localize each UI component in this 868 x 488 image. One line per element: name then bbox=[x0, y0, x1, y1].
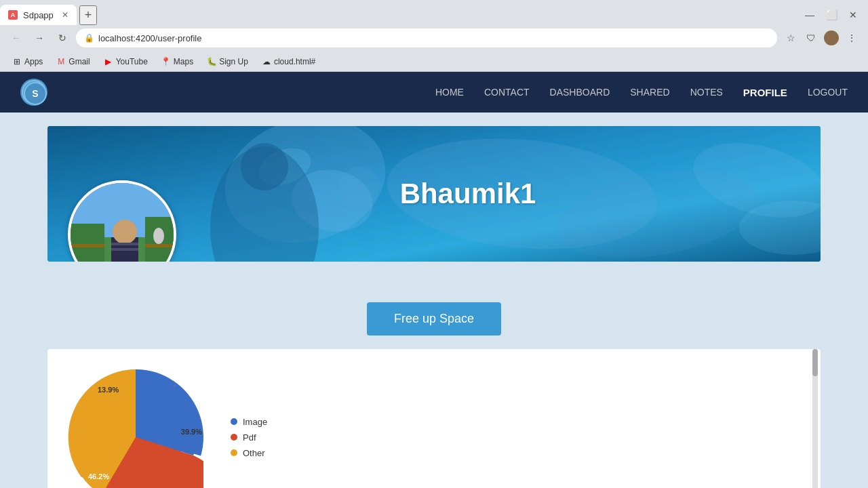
lock-icon: 🔒 bbox=[84, 33, 94, 43]
address-bar[interactable]: 🔒 bbox=[76, 28, 777, 47]
nav-contact[interactable]: CONTACT bbox=[484, 87, 530, 98]
tab-close-button[interactable]: ✕ bbox=[62, 10, 68, 20]
more-options-button[interactable]: ⋮ bbox=[842, 28, 861, 47]
profile-avatar bbox=[68, 180, 176, 262]
maps-icon: 📍 bbox=[161, 57, 171, 66]
svg-rect-23 bbox=[71, 244, 104, 247]
bookmark-gmail-label: Gmail bbox=[68, 57, 90, 66]
tab-title: Sdpapp bbox=[23, 10, 54, 20]
svg-point-18 bbox=[113, 220, 137, 244]
legend-other: Other bbox=[231, 448, 267, 458]
tab-bar: A Sdpapp ✕ + — ⬜ ✕ bbox=[0, 0, 868, 24]
chart-section-wrapper: 39.9% 46.2% 13.9% Image bbox=[47, 349, 821, 488]
bookmark-signup-label: Sign Up bbox=[219, 57, 248, 66]
profile-avatar-container bbox=[68, 180, 176, 262]
address-bar-row: ← → ↻ 🔒 ☆ 🛡 ⋮ bbox=[0, 24, 868, 52]
cloud-icon: ☁ bbox=[262, 57, 271, 66]
svg-rect-20 bbox=[111, 248, 138, 251]
back-button[interactable]: ← bbox=[7, 28, 26, 47]
active-tab[interactable]: A Sdpapp ✕ bbox=[0, 5, 77, 25]
close-button[interactable]: ✕ bbox=[844, 5, 863, 24]
apps-icon: ⊞ bbox=[12, 57, 22, 66]
gmail-icon: M bbox=[56, 57, 66, 66]
svg-point-25 bbox=[153, 228, 164, 244]
nav-shared[interactable]: SHARED bbox=[630, 87, 669, 98]
legend-label-pdf: Pdf bbox=[243, 432, 256, 443]
browser-chrome: A Sdpapp ✕ + — ⬜ ✕ ← → ↻ 🔒 ☆ 🛡 ⋮ bbox=[0, 0, 868, 72]
legend-label-other: Other bbox=[243, 448, 265, 458]
nav-home[interactable]: HOME bbox=[435, 87, 464, 98]
legend-pdf: Pdf bbox=[231, 432, 267, 443]
bookmark-cloud[interactable]: ☁ cloud.html# bbox=[256, 56, 321, 68]
svg-text:S: S bbox=[32, 88, 38, 99]
bookmark-button[interactable]: ☆ bbox=[781, 28, 800, 47]
legend-dot-pdf bbox=[231, 434, 237, 441]
tab-favicon: A bbox=[8, 10, 18, 20]
bookmark-signup[interactable]: 🐛 Sign Up bbox=[201, 56, 254, 68]
svg-rect-15 bbox=[71, 224, 104, 262]
bookmark-gmail[interactable]: M Gmail bbox=[51, 56, 95, 68]
profile-avatar-button[interactable] bbox=[822, 28, 841, 47]
legend-dot-image bbox=[231, 418, 237, 425]
pie-label-image: 39.9% bbox=[181, 428, 202, 436]
shield-icon[interactable]: 🛡 bbox=[802, 28, 821, 47]
nav-profile[interactable]: PROFILE bbox=[743, 87, 787, 98]
maximize-button[interactable]: ⬜ bbox=[822, 5, 841, 24]
bookmark-apps-label: Apps bbox=[24, 57, 43, 66]
chart-scroll-container: 39.9% 46.2% 13.9% Image bbox=[47, 349, 821, 488]
legend-label-image: Image bbox=[243, 417, 267, 427]
nav-dashboard[interactable]: DASHBOARD bbox=[550, 87, 610, 98]
url-input[interactable] bbox=[98, 33, 769, 43]
profile-username: Bhaumik1 bbox=[251, 178, 685, 210]
youtube-icon: ▶ bbox=[104, 57, 113, 66]
pie-chart-wrapper: 39.9% 46.2% 13.9% bbox=[68, 369, 203, 488]
profile-banner: Bhaumik1 bbox=[47, 126, 821, 262]
nav-logout[interactable]: LOGOUT bbox=[808, 87, 848, 98]
bookmark-cloud-label: cloud.html# bbox=[274, 57, 315, 66]
nav-logo[interactable]: S bbox=[20, 79, 47, 106]
navbar: S HOME CONTACT DASHBOARD SHARED NOTES PR… bbox=[0, 72, 868, 113]
bookmark-youtube[interactable]: ▶ YouTube bbox=[98, 56, 153, 68]
page-content: S HOME CONTACT DASHBOARD SHARED NOTES PR… bbox=[0, 72, 868, 488]
scrollbar[interactable] bbox=[812, 349, 818, 488]
free-up-space-button[interactable]: Free up Space bbox=[367, 302, 501, 336]
toolbar-icons: ☆ 🛡 ⋮ bbox=[781, 28, 861, 47]
svg-rect-24 bbox=[145, 244, 176, 247]
content-area: Free up Space bbox=[0, 262, 868, 488]
bookmarks-bar: ⊞ Apps M Gmail ▶ YouTube 📍 Maps 🐛 Sign U… bbox=[0, 52, 868, 72]
pie-label-pdf: 46.2% bbox=[88, 472, 109, 481]
legend-dot-other bbox=[231, 449, 237, 456]
signup-icon: 🐛 bbox=[207, 57, 216, 66]
chart-container: 39.9% 46.2% 13.9% Image bbox=[68, 369, 800, 488]
bookmark-apps[interactable]: ⊞ Apps bbox=[7, 56, 48, 68]
pie-label-other: 13.9% bbox=[98, 386, 119, 394]
legend-image: Image bbox=[231, 417, 267, 427]
new-tab-button[interactable]: + bbox=[79, 5, 98, 25]
refresh-button[interactable]: ↻ bbox=[53, 28, 72, 47]
bookmark-maps-label: Maps bbox=[174, 57, 193, 66]
scrollbar-thumb[interactable] bbox=[812, 349, 818, 376]
nav-notes[interactable]: NOTES bbox=[690, 87, 723, 98]
nav-links: HOME CONTACT DASHBOARD SHARED NOTES PROF… bbox=[435, 87, 848, 98]
nav-logo-inner: S bbox=[22, 80, 46, 104]
bookmark-youtube-label: YouTube bbox=[116, 57, 148, 66]
forward-button[interactable]: → bbox=[30, 28, 49, 47]
svg-rect-19 bbox=[111, 243, 138, 245]
bookmark-maps[interactable]: 📍 Maps bbox=[156, 56, 199, 68]
avatar-image bbox=[71, 183, 176, 262]
chart-legend: Image Pdf Other bbox=[231, 417, 267, 458]
logo-svg: S bbox=[23, 81, 47, 106]
minimize-button[interactable]: — bbox=[800, 5, 819, 24]
